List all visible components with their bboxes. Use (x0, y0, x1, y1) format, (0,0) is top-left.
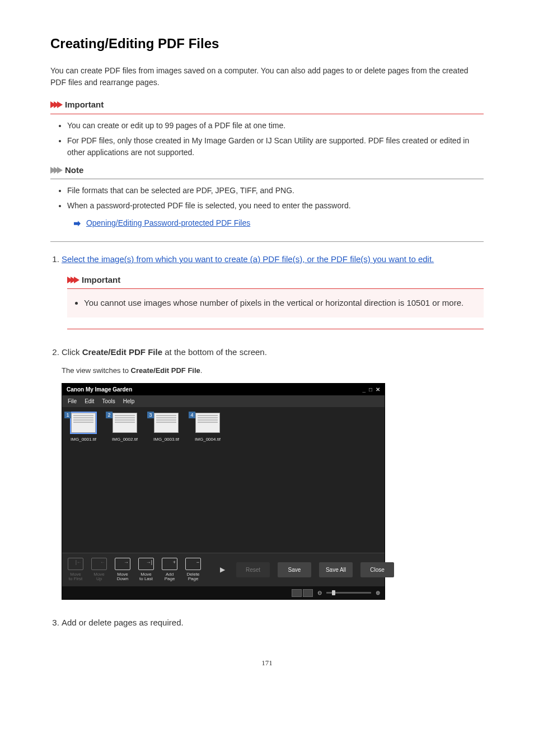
close-button[interactable]: Close (360, 562, 394, 577)
step-1: Select the image(s) from which you want … (62, 253, 484, 329)
app-toolbar: Move to First Move Up Move Down Move to … (62, 553, 385, 587)
add-page-icon (162, 558, 177, 570)
page-number-badge: 3 (147, 412, 154, 418)
window-controls: _ □ ✕ (362, 385, 380, 394)
app-menubar: File Edit Tools Help (62, 395, 385, 407)
zoom-in-icon[interactable]: ⊕ (376, 589, 380, 597)
menu-file[interactable]: File (68, 397, 77, 405)
step1-important: Important You cannot use images whose nu… (67, 274, 484, 329)
chevrons-icon (50, 167, 60, 174)
save-all-button[interactable]: Save All (319, 562, 353, 577)
move-up-button[interactable]: Move Up (91, 558, 107, 582)
page-number-badge: 2 (106, 412, 113, 418)
chevrons-icon (50, 101, 60, 108)
note-item: When a password-protected PDF file is se… (67, 200, 484, 229)
step-2: Click Create/Edit PDF File at the bottom… (62, 346, 484, 600)
app-statusbar: ⊖ ⊕ (62, 586, 385, 599)
thumbnail[interactable]: 1 IMG_0001.tif (68, 413, 99, 443)
note-list: File formats that can be selected are PD… (50, 185, 484, 229)
thumbnail-area: 1 IMG_0001.tif 2 IMG_0002.tif 3 IMG_0003… (62, 407, 385, 553)
thumbnail[interactable]: 2 IMG_0002.tif (109, 413, 140, 443)
note-heading-text: Note (65, 164, 83, 177)
save-button[interactable]: Save (278, 562, 311, 577)
page-title: Creating/Editing PDF Files (50, 34, 484, 54)
step1-important-heading: Important (82, 274, 120, 287)
view-toggle[interactable] (292, 589, 313, 597)
note-header: Note (50, 164, 484, 180)
thumbnail-filename: IMG_0004.tif (192, 436, 223, 443)
app-titlebar: Canon My Image Garden _ □ ✕ (62, 384, 385, 395)
step-3: Add or delete pages as required. (62, 617, 484, 629)
arrow-icon (74, 221, 81, 226)
step2-text: Click Create/Edit PDF File at the bottom… (62, 347, 267, 357)
move-down-icon (115, 558, 130, 570)
delete-page-icon (185, 558, 201, 570)
important-item: You can create or edit up to 99 pages of… (67, 120, 484, 132)
important-heading-text: Important (65, 99, 104, 111)
menu-help[interactable]: Help (123, 397, 135, 405)
move-down-button[interactable]: Move Down (115, 558, 130, 582)
maximize-icon[interactable]: □ (369, 385, 372, 394)
menu-edit[interactable]: Edit (85, 397, 94, 405)
thumbnail-filename: IMG_0003.tif (151, 436, 182, 443)
menu-tools[interactable]: Tools (102, 397, 115, 405)
note-item: File formats that can be selected are PD… (67, 185, 484, 197)
reset-button[interactable]: Reset (236, 562, 270, 577)
add-page-button[interactable]: Add Page (162, 558, 177, 582)
step3-text: Add or delete pages as required. (62, 618, 184, 627)
minimize-icon[interactable]: _ (362, 385, 366, 394)
thumbnail-filename: IMG_0002.tif (109, 436, 140, 443)
move-first-icon (68, 558, 83, 570)
move-to-first-button[interactable]: Move to First (68, 558, 83, 582)
move-last-icon (138, 558, 154, 570)
move-to-last-button[interactable]: Move to Last (138, 558, 154, 582)
thumbnail[interactable]: 4 IMG_0004.tif (192, 413, 223, 443)
grid-view-icon[interactable] (292, 589, 302, 597)
zoom-out-icon[interactable]: ⊖ (317, 589, 322, 597)
important-item: For PDF files, only those created in My … (67, 135, 484, 158)
important-list: You can create or edit up to 99 pages of… (50, 120, 484, 158)
page-number-badge: 1 (64, 412, 71, 418)
zoom-slider[interactable] (326, 592, 371, 594)
important-header: Important (50, 99, 484, 114)
intro-paragraph: You can create PDF files from images sav… (50, 65, 484, 88)
step2-subtext: The view switches to Create/Edit PDF Fil… (62, 365, 484, 376)
thumbnail-filename: IMG_0001.tif (68, 436, 99, 443)
page-number: 171 (50, 657, 484, 669)
expand-arrow-icon[interactable]: ▶ (217, 562, 228, 577)
app-title: Canon My Image Garden (67, 385, 132, 394)
password-pdf-link[interactable]: Opening/Editing Password-protected PDF F… (86, 218, 250, 227)
chevrons-icon (67, 277, 77, 283)
step1-important-item: You cannot use images whose number of pi… (84, 297, 484, 310)
list-view-icon[interactable] (303, 589, 313, 597)
step1-link[interactable]: Select the image(s) from which you want … (62, 254, 434, 264)
thumbnail[interactable]: 3 IMG_0003.tif (151, 413, 182, 443)
delete-page-button[interactable]: Delete Page (185, 558, 201, 582)
close-icon[interactable]: ✕ (376, 385, 380, 394)
app-screenshot: Canon My Image Garden _ □ ✕ File Edit To… (62, 383, 385, 600)
move-up-icon (91, 558, 107, 570)
page-number-badge: 4 (189, 412, 195, 418)
